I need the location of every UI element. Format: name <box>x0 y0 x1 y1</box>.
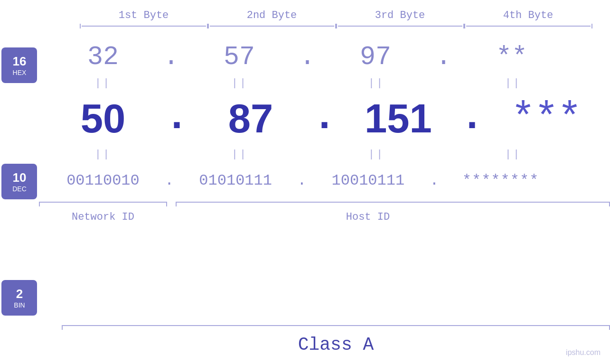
full-bracket <box>62 325 610 330</box>
id-labels: Network ID Host ID <box>39 211 610 223</box>
hex-cell-3: 97 <box>311 42 440 72</box>
watermark: ipshu.com <box>566 348 601 357</box>
dec-cell-3: 151 <box>334 95 462 142</box>
dec-value-4: *** <box>511 96 581 142</box>
dec-value-1: 50 <box>81 95 126 142</box>
dec-badge-label: DEC <box>12 185 27 193</box>
dec-row: 50 . 87 . 151 . *** <box>39 90 610 147</box>
host-bracket <box>176 202 610 206</box>
hex-row: 32 . 57 . 97 . ** <box>39 38 610 76</box>
eq1-3: || <box>312 77 441 89</box>
eq1-1: || <box>39 77 167 89</box>
main-container: 1st Byte 2nd Byte 3rd Byte 4th Byte <box>0 0 610 364</box>
dec-value-2: 87 <box>228 95 273 142</box>
hex-badge-label: HEX <box>13 69 27 76</box>
bracket-top-1 <box>80 24 208 28</box>
hex-cell-4: ** <box>448 42 576 72</box>
hex-badge-number: 16 <box>13 54 27 69</box>
bracket-top-4 <box>464 24 592 28</box>
class-label: Class A <box>298 335 374 355</box>
bottom-section: Class A <box>0 323 610 355</box>
bin-cell-1: 00110010 <box>39 172 167 189</box>
hex-value-4: ** <box>496 42 527 72</box>
equals-row-2: || || || || <box>39 147 610 161</box>
bottom-brackets <box>39 202 610 206</box>
bracket-top-3 <box>336 24 464 28</box>
dec-cell-4: *** <box>482 96 610 142</box>
eq1-4: || <box>449 77 577 89</box>
bracket-top-2 <box>208 24 336 28</box>
byte-4-header: 4th Byte <box>464 9 592 21</box>
byte-1-header: 1st Byte <box>80 9 208 21</box>
dec-cell-1: 50 <box>39 95 167 142</box>
hex-value-3: 97 <box>360 42 391 72</box>
bin-value-3: 10010111 <box>332 172 405 189</box>
bin-badge-number: 2 <box>16 287 23 301</box>
hex-cell-2: 57 <box>175 42 303 72</box>
main-content: 16 HEX 10 DEC 2 BIN 32 . <box>0 38 610 316</box>
network-id-label: Network ID <box>39 211 167 223</box>
bin-row: 00110010 . 01010111 . 10010111 . *******… <box>39 161 610 199</box>
eq1-2: || <box>176 77 304 89</box>
host-id-label: Host ID <box>176 211 560 223</box>
bin-badge-label: BIN <box>14 301 25 309</box>
dec-badge-number: 10 <box>13 170 27 185</box>
byte-3-header: 3rd Byte <box>336 9 464 21</box>
bin-value-4: ******** <box>462 172 539 189</box>
byte-2-header: 2nd Byte <box>208 9 336 21</box>
header-row: 1st Byte 2nd Byte 3rd Byte 4th Byte <box>0 9 610 21</box>
dec-cell-2: 87 <box>187 95 315 142</box>
bin-cell-3: 10010111 <box>304 172 432 189</box>
network-bracket <box>39 202 167 206</box>
hex-cell-1: 32 <box>39 42 167 72</box>
bin-cell-4: ******** <box>437 172 565 189</box>
hex-badge: 16 HEX <box>1 47 37 83</box>
rows-container: 32 . 57 . 97 . ** || || <box>39 38 610 223</box>
dec-badge: 10 DEC <box>1 164 37 199</box>
eq2-3: || <box>312 149 441 160</box>
eq2-2: || <box>176 149 304 160</box>
bin-cell-2: 01010111 <box>171 172 300 189</box>
bin-badge: 2 BIN <box>1 280 37 316</box>
equals-row-1: || || || || <box>39 76 610 90</box>
top-brackets <box>0 24 610 28</box>
dec-value-3: 151 <box>365 95 432 142</box>
hex-value-2: 57 <box>224 42 255 72</box>
hex-value-1: 32 <box>87 42 119 72</box>
bin-value-1: 00110010 <box>66 172 140 189</box>
bin-value-2: 01010111 <box>199 172 272 189</box>
badge-column: 16 HEX 10 DEC 2 BIN <box>0 38 39 316</box>
eq2-4: || <box>449 149 577 160</box>
eq2-1: || <box>39 149 167 160</box>
